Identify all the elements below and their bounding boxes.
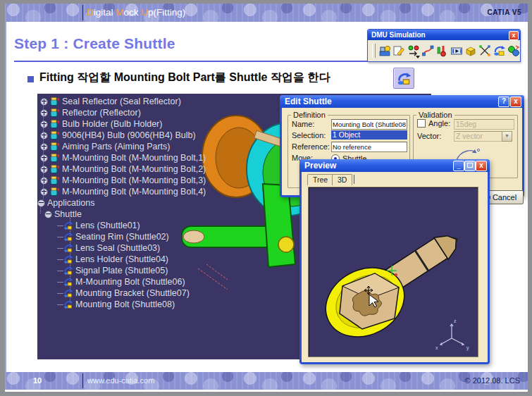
- close-icon[interactable]: x: [476, 161, 487, 171]
- tree-item[interactable]: Applications: [37, 197, 94, 209]
- axis-label-z: z: [454, 318, 457, 323]
- expand-icon[interactable]: [40, 154, 48, 162]
- clash-detection-button[interactable]: [435, 44, 448, 58]
- edit-simulation-button[interactable]: [392, 44, 405, 58]
- expand-icon[interactable]: [40, 143, 48, 151]
- toolbar-titlebar[interactable]: DMU Simulation: [368, 30, 520, 40]
- tree-item[interactable]: Bulb Holder (Bulb Holder): [40, 118, 162, 130]
- reference-input[interactable]: [331, 142, 407, 152]
- dropdown-arrow-icon[interactable]: [416, 56, 420, 58]
- distance-band-button[interactable]: [478, 44, 491, 58]
- tree-item[interactable]: 9006(HB4) Bulb (9006(HB4) Bulb): [40, 130, 196, 141]
- header-divider: [82, 5, 83, 20]
- shuttle-icon: [63, 221, 73, 230]
- angle-checkbox-icon[interactable]: [417, 119, 426, 128]
- expand-icon[interactable]: [40, 188, 48, 196]
- tree-item[interactable]: Shuttle: [44, 209, 82, 220]
- dialog-title: Edit Shuttle: [285, 97, 332, 106]
- collapse-icon[interactable]: [44, 211, 52, 218]
- generate-track-button[interactable]: [421, 44, 434, 58]
- slide-canvas: Digital Mock Up(Fitting) CATIA V5 Step 1…: [0, 0, 532, 396]
- shuttle-icon: [397, 71, 412, 86]
- vector-row: Vector:: [417, 132, 441, 140]
- edit-shuttle-button[interactable]: [493, 44, 505, 58]
- name-label: Name:: [292, 120, 314, 128]
- title-segment: M: [116, 7, 123, 18]
- tab-3d[interactable]: 3D: [332, 174, 352, 185]
- dmu-simulation-toolbar: DMU Simulation x: [367, 29, 521, 62]
- part-icon: [50, 153, 60, 163]
- simulation-player-icon: [450, 44, 463, 57]
- expand-icon[interactable]: [40, 120, 48, 128]
- generate-track-icon: [421, 44, 434, 57]
- shuttle-icon: [63, 277, 73, 287]
- close-icon[interactable]: x: [510, 97, 521, 107]
- reference-row: Reference:: [292, 142, 330, 151]
- preview-3d-viewport[interactable]: z x y: [308, 187, 478, 357]
- shuttle-icon: [63, 243, 73, 253]
- title-segment: D: [87, 7, 94, 18]
- part-icon: [50, 142, 60, 151]
- tab-divider: [354, 175, 354, 184]
- tree-item[interactable]: M-Mounting Bolt (M-Mounting Bolt,2): [40, 163, 206, 175]
- tree-item[interactable]: Aiming Parts (Aiming Parts): [40, 141, 171, 152]
- validation-legend: Validation: [416, 111, 454, 119]
- edit-sequence-button[interactable]: [407, 44, 420, 58]
- tree-item[interactable]: Mounting Bolt (Shuttle08): [63, 299, 175, 310]
- tree-item[interactable]: M-Mounting Bolt (M-Mounting Bolt,4): [40, 186, 206, 197]
- expand-icon[interactable]: [40, 109, 48, 117]
- simulation-player-button[interactable]: [450, 44, 462, 58]
- step-heading: Step 1 : Create Shuttle: [14, 35, 175, 52]
- slide: Digital Mock Up(Fitting) CATIA V5 Step 1…: [5, 4, 528, 392]
- combo-dropdown-icon[interactable]: ▼: [502, 131, 512, 142]
- cancel-label: Cancel: [493, 193, 516, 202]
- tree-item[interactable]: Signal Plate (Shuttle05): [63, 265, 168, 276]
- header-band: Digital Mock Up(Fitting) CATIA V5: [5, 4, 528, 22]
- axis-triad-icon: [440, 324, 464, 345]
- copyright-text: © 2012.08. LCS: [465, 372, 520, 390]
- toolbar-grip[interactable]: [372, 44, 376, 58]
- swept-volume-button[interactable]: [464, 44, 477, 58]
- angle-input[interactable]: 15deg: [454, 119, 514, 130]
- tree-item[interactable]: Lens Holder (Shuttle04): [63, 254, 168, 265]
- minimize-icon[interactable]: _: [453, 161, 464, 171]
- tree-item[interactable]: Mounting Bracket (Shuttle07): [63, 287, 190, 299]
- close-icon[interactable]: x: [509, 31, 519, 40]
- tab-tree[interactable]: Tree: [307, 174, 333, 185]
- tree-item[interactable]: Seating Rim (Shuttle02): [63, 231, 169, 242]
- distance-band-icon: [478, 44, 491, 57]
- fitting-simulation-button[interactable]: [378, 44, 391, 58]
- help-icon[interactable]: ?: [498, 97, 509, 107]
- selection-label: Selection:: [292, 131, 326, 140]
- preview-window: Preview _ x Tree 3D: [299, 159, 490, 364]
- shuttle-icon: [63, 254, 73, 264]
- footer-band: 10 www.edu-catia.com © 2012.08. LCS: [5, 372, 528, 390]
- expand-icon[interactable]: [40, 177, 48, 185]
- angle-label: Angle:: [428, 119, 450, 128]
- expand-icon[interactable]: [40, 98, 48, 106]
- selection-field[interactable]: 1 Object: [331, 130, 407, 140]
- part-icon: [50, 108, 60, 118]
- part-icon: [50, 119, 60, 129]
- tree-item[interactable]: M-Mounting Bolt (M-Mounting Bolt,1): [40, 152, 206, 163]
- expand-icon[interactable]: [40, 132, 48, 140]
- tree-item[interactable]: Lens Seal (Shuttle03): [63, 242, 160, 254]
- clash-detection-icon: [435, 44, 448, 57]
- maximize-icon[interactable]: [464, 161, 476, 171]
- tree-item[interactable]: Lens (Shuttle01): [63, 220, 140, 231]
- shuttle-tool-button[interactable]: [393, 68, 414, 89]
- expand-icon[interactable]: [40, 166, 48, 173]
- website-link[interactable]: www.edu-catia.com: [87, 372, 154, 390]
- part-icon: [50, 130, 60, 140]
- vector-combobox[interactable]: Z vector: [454, 131, 505, 142]
- tree-item[interactable]: M-Mounting Bolt (M-Mounting Bolt,3): [40, 175, 206, 186]
- collapse-icon[interactable]: [37, 199, 45, 207]
- title-segment: p(Fitting): [148, 7, 185, 18]
- tree-item[interactable]: M-Mounting Bolt (Shuttle06): [63, 276, 185, 287]
- axis-label-y: y: [466, 345, 469, 351]
- name-input[interactable]: [331, 119, 407, 130]
- dialog-titlebar[interactable]: Edit Shuttle: [280, 95, 524, 108]
- tree-item[interactable]: Reflector (Reflector): [40, 107, 141, 118]
- smooth-fitting-button[interactable]: [507, 44, 520, 58]
- tree-item[interactable]: Seal Reflector (Seal Reflector): [40, 96, 181, 107]
